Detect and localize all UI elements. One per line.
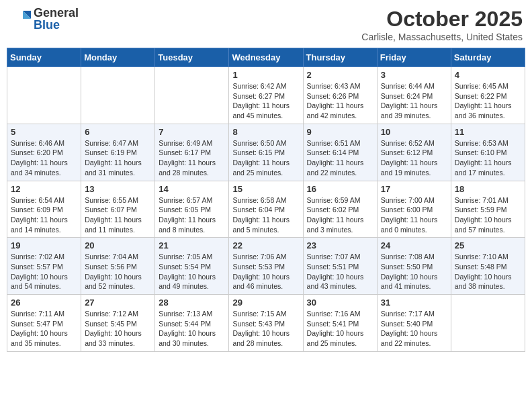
day-number: 7 [159,127,225,137]
day-number: 31 [381,298,447,308]
day-info: Sunrise: 7:13 AM Sunset: 5:44 PM Dayligh… [159,309,225,349]
calendar-cell: 15Sunrise: 6:58 AM Sunset: 6:04 PM Dayli… [229,181,303,238]
page-header: General Blue October 2025 Carlisle, Mass… [7,7,525,42]
day-number: 5 [11,127,77,137]
weekday-header: Thursday [303,48,377,67]
day-number: 13 [85,184,151,194]
calendar-cell: 3Sunrise: 6:44 AM Sunset: 6:24 PM Daylig… [377,67,451,124]
day-info: Sunrise: 7:17 AM Sunset: 5:40 PM Dayligh… [381,309,447,349]
day-info: Sunrise: 7:07 AM Sunset: 5:51 PM Dayligh… [307,252,373,291]
day-number: 11 [455,127,521,137]
calendar-cell [81,67,155,124]
day-info: Sunrise: 6:47 AM Sunset: 6:19 PM Dayligh… [85,138,151,178]
day-number: 16 [307,184,373,194]
day-info: Sunrise: 7:11 AM Sunset: 5:47 PM Dayligh… [11,309,77,349]
calendar-cell: 13Sunrise: 6:55 AM Sunset: 6:07 PM Dayli… [81,181,155,238]
day-info: Sunrise: 6:55 AM Sunset: 6:07 PM Dayligh… [85,195,151,235]
day-info: Sunrise: 6:51 AM Sunset: 6:14 PM Dayligh… [307,138,373,178]
calendar-cell: 27Sunrise: 7:12 AM Sunset: 5:45 PM Dayli… [81,295,155,352]
location: Carlisle, Massachusetts, United States [361,32,523,42]
calendar-cell: 12Sunrise: 6:54 AM Sunset: 6:09 PM Dayli… [7,181,81,238]
day-info: Sunrise: 7:01 AM Sunset: 5:59 PM Dayligh… [455,195,521,235]
calendar-cell: 25Sunrise: 7:10 AM Sunset: 5:48 PM Dayli… [451,238,525,295]
calendar-cell: 17Sunrise: 7:00 AM Sunset: 6:00 PM Dayli… [377,181,451,238]
day-info: Sunrise: 6:45 AM Sunset: 6:22 PM Dayligh… [455,81,521,121]
day-info: Sunrise: 7:06 AM Sunset: 5:53 PM Dayligh… [232,252,299,291]
calendar-cell: 11Sunrise: 6:53 AM Sunset: 6:10 PM Dayli… [451,124,525,181]
calendar-week-row: 1Sunrise: 6:42 AM Sunset: 6:27 PM Daylig… [7,67,525,124]
day-info: Sunrise: 7:16 AM Sunset: 5:41 PM Dayligh… [307,309,373,349]
day-info: Sunrise: 7:10 AM Sunset: 5:48 PM Dayligh… [455,252,521,291]
calendar-week-row: 12Sunrise: 6:54 AM Sunset: 6:09 PM Dayli… [7,181,525,238]
day-info: Sunrise: 7:15 AM Sunset: 5:43 PM Dayligh… [232,309,299,349]
calendar-cell: 14Sunrise: 6:57 AM Sunset: 6:05 PM Dayli… [155,181,229,238]
calendar-cell: 7Sunrise: 6:49 AM Sunset: 6:17 PM Daylig… [155,124,229,181]
day-number: 27 [85,298,151,308]
calendar-week-row: 5Sunrise: 6:46 AM Sunset: 6:20 PM Daylig… [7,124,525,181]
day-info: Sunrise: 7:00 AM Sunset: 6:00 PM Dayligh… [381,195,447,235]
calendar-cell: 30Sunrise: 7:16 AM Sunset: 5:41 PM Dayli… [303,295,377,352]
day-number: 30 [307,298,373,308]
day-number: 20 [85,240,151,250]
day-number: 10 [381,127,447,137]
calendar-cell: 2Sunrise: 6:43 AM Sunset: 6:26 PM Daylig… [303,67,377,124]
calendar-cell [7,67,81,124]
day-info: Sunrise: 6:59 AM Sunset: 6:02 PM Dayligh… [307,195,373,235]
calendar-cell: 21Sunrise: 7:05 AM Sunset: 5:54 PM Dayli… [155,238,229,295]
calendar-cell: 9Sunrise: 6:51 AM Sunset: 6:14 PM Daylig… [303,124,377,181]
weekday-header: Monday [81,48,155,67]
calendar-cell: 28Sunrise: 7:13 AM Sunset: 5:44 PM Dayli… [155,295,229,352]
calendar-cell: 1Sunrise: 6:42 AM Sunset: 6:27 PM Daylig… [229,67,303,124]
day-number: 29 [232,298,299,308]
calendar-cell: 26Sunrise: 7:11 AM Sunset: 5:47 PM Dayli… [7,295,81,352]
calendar-cell: 6Sunrise: 6:47 AM Sunset: 6:19 PM Daylig… [81,124,155,181]
day-number: 2 [307,70,373,80]
day-number: 19 [11,240,77,250]
day-number: 15 [232,184,299,194]
weekday-header: Wednesday [229,48,303,67]
day-number: 14 [159,184,225,194]
weekday-header-row: SundayMondayTuesdayWednesdayThursdayFrid… [7,48,525,67]
calendar-cell: 4Sunrise: 6:45 AM Sunset: 6:22 PM Daylig… [451,67,525,124]
day-info: Sunrise: 6:50 AM Sunset: 6:15 PM Dayligh… [232,138,299,178]
day-info: Sunrise: 7:02 AM Sunset: 5:57 PM Dayligh… [11,252,77,291]
day-info: Sunrise: 7:05 AM Sunset: 5:54 PM Dayligh… [159,252,225,291]
calendar-cell [451,295,525,352]
day-number: 8 [232,127,299,137]
day-number: 28 [159,298,225,308]
day-info: Sunrise: 7:12 AM Sunset: 5:45 PM Dayligh… [85,309,151,349]
calendar-cell: 31Sunrise: 7:17 AM Sunset: 5:40 PM Dayli… [377,295,451,352]
day-number: 12 [11,184,77,194]
logo-text: General Blue [34,7,79,31]
day-info: Sunrise: 6:57 AM Sunset: 6:05 PM Dayligh… [159,195,225,235]
day-info: Sunrise: 6:44 AM Sunset: 6:24 PM Dayligh… [381,81,447,121]
calendar-week-row: 26Sunrise: 7:11 AM Sunset: 5:47 PM Dayli… [7,295,525,352]
day-info: Sunrise: 6:49 AM Sunset: 6:17 PM Dayligh… [159,138,225,178]
day-number: 3 [381,70,447,80]
day-number: 6 [85,127,151,137]
logo-blue: Blue [34,19,79,31]
calendar-cell: 20Sunrise: 7:04 AM Sunset: 5:56 PM Dayli… [81,238,155,295]
calendar-cell: 23Sunrise: 7:07 AM Sunset: 5:51 PM Dayli… [303,238,377,295]
weekday-header: Saturday [451,48,525,67]
calendar-cell: 29Sunrise: 7:15 AM Sunset: 5:43 PM Dayli… [229,295,303,352]
day-info: Sunrise: 6:43 AM Sunset: 6:26 PM Dayligh… [307,81,373,121]
day-number: 9 [307,127,373,137]
weekday-header: Friday [377,48,451,67]
day-number: 23 [307,240,373,250]
day-number: 17 [381,184,447,194]
calendar-cell: 19Sunrise: 7:02 AM Sunset: 5:57 PM Dayli… [7,238,81,295]
day-info: Sunrise: 6:46 AM Sunset: 6:20 PM Dayligh… [11,138,77,178]
logo-general: General [34,7,79,19]
calendar-cell: 5Sunrise: 6:46 AM Sunset: 6:20 PM Daylig… [7,124,81,181]
day-number: 18 [455,184,521,194]
day-info: Sunrise: 6:53 AM Sunset: 6:10 PM Dayligh… [455,138,521,178]
calendar-table: SundayMondayTuesdayWednesdayThursdayFrid… [7,48,525,352]
weekday-header: Tuesday [155,48,229,67]
calendar-cell: 22Sunrise: 7:06 AM Sunset: 5:53 PM Dayli… [229,238,303,295]
day-info: Sunrise: 7:08 AM Sunset: 5:50 PM Dayligh… [381,252,447,291]
calendar-cell: 16Sunrise: 6:59 AM Sunset: 6:02 PM Dayli… [303,181,377,238]
day-number: 26 [11,298,77,308]
day-info: Sunrise: 6:54 AM Sunset: 6:09 PM Dayligh… [11,195,77,235]
day-number: 25 [455,240,521,250]
